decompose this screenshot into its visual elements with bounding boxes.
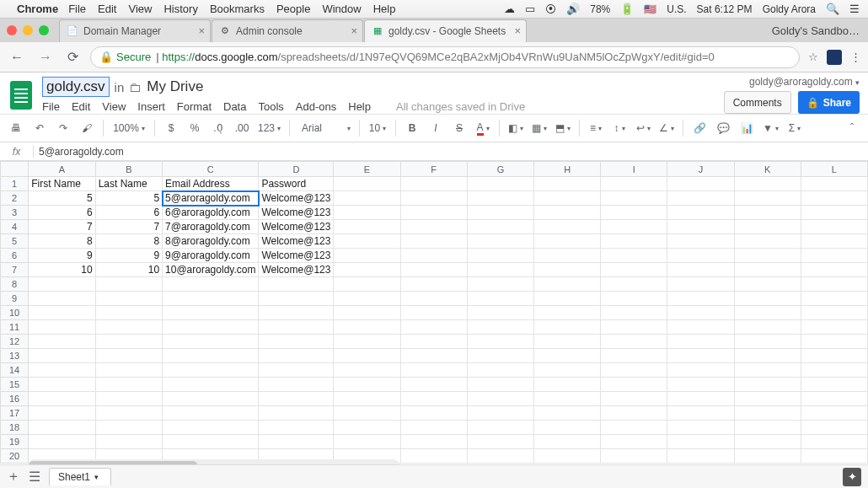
cell[interactable] (534, 234, 601, 249)
cell[interactable]: Welcome@123 (259, 220, 334, 234)
cell[interactable] (801, 220, 867, 234)
cell[interactable] (95, 335, 162, 349)
share-button[interactable]: 🔒Share (798, 91, 860, 114)
cell[interactable] (95, 406, 162, 421)
cell[interactable] (29, 335, 95, 349)
functions-button[interactable]: Σ▾ (784, 117, 806, 139)
all-sheets-button[interactable]: ☰ (29, 469, 40, 485)
cell[interactable] (801, 292, 867, 306)
cell[interactable] (163, 335, 259, 349)
cell[interactable] (400, 435, 467, 449)
zoom-select[interactable]: 100%▾ (109, 117, 149, 139)
menu-data[interactable]: Data (223, 100, 246, 113)
column-header[interactable]: L (801, 162, 867, 177)
mac-menu-file[interactable]: File (68, 3, 86, 15)
cell[interactable] (534, 335, 601, 349)
cell[interactable]: 5 (95, 191, 162, 206)
cell[interactable] (259, 349, 334, 363)
wifi-icon[interactable]: ⦿ (545, 3, 556, 15)
cell[interactable] (467, 191, 533, 206)
cell[interactable] (734, 234, 801, 249)
forward-button[interactable]: → (35, 48, 56, 67)
browser-tab[interactable]: ⚙ Admin console × (212, 19, 363, 42)
cell[interactable] (163, 392, 259, 406)
mac-menu-view[interactable]: View (128, 3, 152, 15)
row-header[interactable]: 12 (1, 335, 29, 349)
cell[interactable] (667, 335, 734, 349)
comments-button[interactable]: Comments (724, 91, 791, 114)
cell[interactable]: 9@aroragoldy.com (163, 249, 259, 263)
row-header[interactable]: 14 (1, 363, 29, 378)
cell[interactable] (400, 206, 467, 220)
cell[interactable]: 9 (95, 249, 162, 263)
cell[interactable] (29, 306, 95, 320)
mac-menu-edit[interactable]: Edit (98, 3, 116, 15)
toolbar-collapse-icon[interactable]: ˆ (841, 117, 863, 139)
spotlight-icon[interactable]: 🔍 (826, 3, 839, 15)
menu-format[interactable]: Format (177, 100, 212, 113)
cell[interactable] (734, 363, 801, 378)
cell[interactable] (467, 263, 533, 277)
sheets-logo-icon[interactable] (7, 77, 35, 114)
cell[interactable] (801, 349, 867, 363)
cell[interactable] (334, 249, 400, 263)
chrome-profile-label[interactable]: Goldy's Sandbo… (772, 24, 868, 37)
cell[interactable] (667, 406, 734, 421)
cell[interactable] (334, 177, 400, 191)
cell[interactable] (400, 363, 467, 378)
cell[interactable]: 8@aroragoldy.com (163, 234, 259, 249)
cell[interactable] (334, 191, 400, 206)
cell[interactable] (734, 449, 801, 464)
cell[interactable] (667, 220, 734, 234)
column-header[interactable]: C (163, 162, 259, 177)
row-header[interactable]: 7 (1, 263, 29, 277)
cell[interactable] (467, 177, 533, 191)
cell[interactable] (400, 349, 467, 363)
cell[interactable] (534, 406, 601, 421)
increase-decimal-button[interactable]: .00 (231, 117, 253, 139)
cell[interactable] (467, 335, 533, 349)
cell[interactable] (467, 406, 533, 421)
cell[interactable] (163, 435, 259, 449)
cell[interactable] (667, 435, 734, 449)
cell[interactable] (163, 363, 259, 378)
cell[interactable] (667, 378, 734, 392)
cell[interactable] (163, 306, 259, 320)
cell[interactable] (667, 392, 734, 406)
bookmark-icon[interactable]: ☆ (808, 51, 818, 63)
cell[interactable] (534, 292, 601, 306)
account-chevron-icon[interactable]: ▾ (855, 78, 860, 87)
cell[interactable] (601, 292, 667, 306)
cell[interactable] (400, 292, 467, 306)
cell[interactable] (334, 349, 400, 363)
font-size-select[interactable]: 10▾ (365, 117, 390, 139)
filter-button[interactable]: ▼▾ (759, 117, 782, 139)
browser-tab-active[interactable]: ▦ goldy.csv - Google Sheets × (364, 19, 527, 42)
column-header[interactable]: J (667, 162, 734, 177)
column-header[interactable]: A (29, 162, 95, 177)
cell[interactable] (601, 263, 667, 277)
cell[interactable] (29, 406, 95, 421)
cell[interactable] (734, 320, 801, 335)
cell[interactable]: 9 (29, 249, 95, 263)
column-header[interactable]: F (400, 162, 467, 177)
column-header[interactable]: I (601, 162, 667, 177)
battery-percent[interactable]: 78% (590, 3, 610, 15)
volume-icon[interactable]: 🔊 (566, 3, 580, 15)
cell[interactable]: 10 (95, 263, 162, 277)
cell[interactable] (163, 406, 259, 421)
decrease-decimal-button[interactable]: .0̣ (207, 117, 229, 139)
cell[interactable] (95, 277, 162, 292)
menu-tools[interactable]: Tools (258, 100, 283, 113)
menu-help[interactable]: Help (348, 100, 371, 113)
cell[interactable]: Welcome@123 (259, 191, 334, 206)
menu-edit[interactable]: Edit (72, 100, 90, 113)
cell[interactable] (95, 349, 162, 363)
cell[interactable] (259, 406, 334, 421)
insert-comment-button[interactable]: 💬 (712, 117, 734, 139)
cell[interactable] (601, 435, 667, 449)
cell[interactable] (95, 435, 162, 449)
spreadsheet-grid[interactable]: ABCDEFGHIJKL1First NameLast NameEmail Ad… (0, 161, 868, 471)
screen-icon[interactable]: ▭ (525, 3, 535, 15)
menu-view[interactable]: View (102, 100, 126, 113)
